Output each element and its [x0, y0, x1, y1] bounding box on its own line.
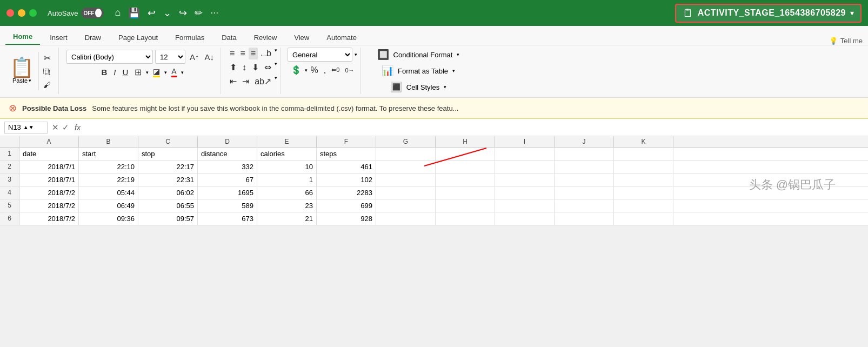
wrap-text-button[interactable]: ⎵b: [259, 48, 273, 59]
cell-e2[interactable]: 10: [257, 161, 317, 173]
cell-b5[interactable]: 06:49: [79, 199, 138, 212]
cell-b6[interactable]: 09:36: [79, 212, 138, 225]
save-icon[interactable]: 💾: [128, 7, 140, 19]
cell-c4[interactable]: 06:02: [138, 186, 198, 199]
cell-e6[interactable]: 21: [257, 212, 317, 225]
cell-h4[interactable]: [436, 186, 495, 199]
cell-f2[interactable]: 461: [317, 161, 376, 173]
col-header-c[interactable]: C: [138, 136, 198, 147]
merge-chevron-icon[interactable]: ▾: [275, 61, 277, 74]
cell-k4[interactable]: [614, 186, 673, 199]
cell-ref-arrows[interactable]: ▲▼: [23, 124, 34, 130]
underline-button[interactable]: U: [120, 66, 130, 78]
cell-f5[interactable]: 699: [317, 199, 376, 212]
cell-g6[interactable]: [376, 212, 436, 225]
comma-button[interactable]: ,: [322, 64, 328, 76]
tab-draw[interactable]: Draw: [77, 30, 109, 45]
cell-h1[interactable]: [436, 148, 495, 160]
cell-c1[interactable]: stop: [138, 148, 198, 160]
cell-g1[interactable]: [376, 148, 436, 160]
cell-j6[interactable]: [555, 212, 614, 225]
fill-color-button[interactable]: ◪: [151, 66, 162, 78]
more-icon[interactable]: ···: [210, 7, 218, 19]
cancel-formula-icon[interactable]: ✕: [52, 123, 59, 132]
font-name-select[interactable]: Calibri (Body): [66, 50, 153, 64]
accounting-button[interactable]: 💲: [289, 64, 304, 76]
cell-a2[interactable]: 2018/7/1: [19, 161, 79, 173]
format-painter-button[interactable]: 🖌: [41, 79, 53, 90]
cell-a4[interactable]: 2018/7/2: [19, 186, 79, 199]
cell-i6[interactable]: [495, 212, 555, 225]
workbook-title-box[interactable]: 🗒 ACTIVITY_STAGE_1654386705829 ▾: [675, 4, 862, 23]
cell-f4[interactable]: 2283: [317, 186, 376, 199]
formula-input[interactable]: [85, 123, 864, 131]
minimize-button[interactable]: [18, 9, 25, 17]
bold-button[interactable]: B: [99, 66, 109, 78]
tab-view[interactable]: View: [286, 30, 317, 45]
conditional-format-chevron-icon[interactable]: ▾: [457, 52, 459, 57]
tab-automate[interactable]: Automate: [319, 30, 364, 45]
cell-f3[interactable]: 102: [317, 174, 376, 186]
cell-a6[interactable]: 2018/7/2: [19, 212, 79, 225]
top-align-button[interactable]: ⬆: [228, 61, 239, 74]
decrease-font-size-button[interactable]: A↓: [203, 51, 217, 63]
cell-a1[interactable]: date: [19, 148, 79, 160]
cell-b2[interactable]: 22:10: [79, 161, 138, 173]
close-button[interactable]: [6, 9, 14, 17]
cell-c2[interactable]: 22:17: [138, 161, 198, 173]
border-chevron-icon[interactable]: ▾: [146, 70, 149, 75]
cell-i1[interactable]: [495, 148, 555, 160]
col-header-d[interactable]: D: [198, 136, 257, 147]
italic-button[interactable]: I: [111, 66, 118, 78]
edit-icon[interactable]: ✏: [195, 7, 203, 19]
cell-j1[interactable]: [555, 148, 614, 160]
cell-j2[interactable]: [555, 161, 614, 173]
cell-a5[interactable]: 2018/7/2: [19, 199, 79, 212]
redo-icon[interactable]: ↪: [179, 7, 187, 19]
merge-center-button[interactable]: ⇔: [262, 61, 273, 74]
cut-button[interactable]: ✂: [41, 52, 53, 64]
cell-i5[interactable]: [495, 199, 555, 212]
increase-decimal-button[interactable]: ⬅0: [329, 65, 342, 75]
cell-a3[interactable]: 2018/7/1: [19, 174, 79, 186]
cell-h6[interactable]: [436, 212, 495, 225]
increase-indent-button[interactable]: ⇥: [240, 75, 251, 88]
tab-formulas[interactable]: Formulas: [168, 30, 212, 45]
border-button[interactable]: ⊞: [132, 66, 144, 78]
col-header-b[interactable]: B: [79, 136, 138, 147]
cell-h3[interactable]: [436, 174, 495, 186]
fill-chevron-icon[interactable]: ▾: [164, 70, 167, 75]
cell-j3[interactable]: [555, 174, 614, 186]
tell-me-label[interactable]: Tell me: [840, 37, 863, 45]
font-color-button[interactable]: A: [169, 66, 178, 78]
cell-g3[interactable]: [376, 174, 436, 186]
cell-d3[interactable]: 67: [198, 174, 257, 186]
cell-c3[interactable]: 22:31: [138, 174, 198, 186]
tab-home[interactable]: Home: [5, 29, 40, 45]
cell-f6[interactable]: 928: [317, 212, 376, 225]
col-header-a[interactable]: A: [19, 136, 79, 147]
cell-b3[interactable]: 22:19: [79, 174, 138, 186]
orientation-chevron-icon[interactable]: ▾: [275, 75, 277, 88]
bottom-align-button[interactable]: ⬇: [250, 61, 261, 74]
col-header-h[interactable]: H: [436, 136, 495, 147]
format-as-table-chevron-icon[interactable]: ▾: [452, 68, 455, 74]
orientation-button[interactable]: ab↗: [252, 75, 273, 88]
cell-j4[interactable]: [555, 186, 614, 199]
copy-button[interactable]: ⿻: [41, 66, 53, 77]
cell-d5[interactable]: 589: [198, 199, 257, 212]
cell-c6[interactable]: 09:57: [138, 212, 198, 225]
col-header-f[interactable]: F: [317, 136, 376, 147]
cell-g4[interactable]: [376, 186, 436, 199]
cell-h5[interactable]: [436, 199, 495, 212]
cell-k1[interactable]: [614, 148, 673, 160]
number-format-select[interactable]: General: [288, 48, 352, 62]
maximize-button[interactable]: [29, 9, 37, 17]
fx-icon[interactable]: fx: [75, 123, 81, 132]
increase-font-size-button[interactable]: A↑: [188, 51, 202, 63]
percent-button[interactable]: %: [309, 64, 321, 76]
cell-i3[interactable]: [495, 174, 555, 186]
align-right-button[interactable]: ≡: [249, 48, 258, 59]
tab-insert[interactable]: Insert: [42, 30, 75, 45]
cell-e4[interactable]: 66: [257, 186, 317, 199]
